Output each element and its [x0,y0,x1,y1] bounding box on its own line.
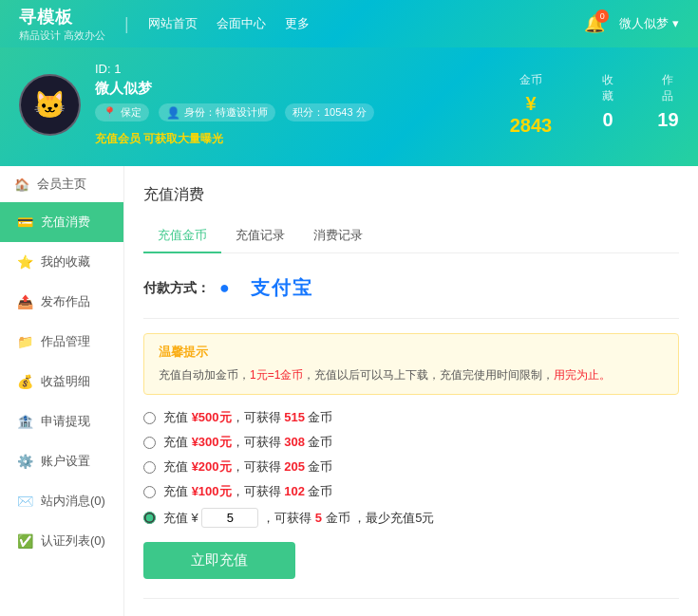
alipay-logo: 支付宝 [241,272,323,304]
verify-icon: ✅ [17,533,33,549]
stat-work: 作品 19 [657,72,679,137]
id-icon: 👤 [166,106,180,120]
header-divider: | [124,14,129,34]
payment-label: 付款方式： [143,280,210,297]
charge-button[interactable]: 立即充值 [143,542,295,579]
sidebar-item-verify[interactable]: ✅ 认证列表(0) [0,521,123,561]
logo-area: 寻模板 精品设计 高效办公 [19,6,105,43]
sidebar-item-collect[interactable]: ⭐ 我的收藏 [0,242,123,282]
profile-id: ID: 1 [95,62,502,76]
radio-100[interactable] [143,486,156,498]
vip-promo[interactable]: 充值会员 可获取大量曝光 [95,131,223,147]
custom-amount-input[interactable] [201,508,258,528]
tab-bar: 充值金币 充值记录 消费记录 [143,219,679,253]
tips-content: 充值自动加金币，1元=1金币，充值以后可以马上下载，充值完使用时间限制，用完为止… [159,365,664,384]
collect-icon: ⭐ [17,254,33,270]
income-icon: 💰 [17,374,33,389]
message-icon: ✉️ [17,494,33,509]
page-title: 充值消费 [143,185,679,205]
sidebar-item-settings[interactable]: ⚙️ 账户设置 [0,441,123,481]
highlight-note: 用完为止。 [554,368,611,382]
charge-options: 充值 ¥500元，可获得 515 金币 充值 ¥300元，可获得 308 金币 … [143,409,679,528]
sidebar-item-withdraw[interactable]: 🏦 申请提现 [0,401,123,441]
nav-design-center[interactable]: 会面中心 [217,15,266,32]
radio-custom[interactable] [143,512,156,524]
nav-more[interactable]: 更多 [285,15,310,32]
header-right: 🔔 0 微人似梦 ▾ [584,13,679,34]
sidebar-home[interactable]: 🏠 会员主页 [0,166,123,202]
avatar: 🐱 [19,74,81,136]
sidebar-item-messages[interactable]: ✉️ 站内消息(0) [0,481,123,521]
logo-subtitle: 精品设计 高效办公 [19,28,105,43]
stat-gold: 金币 ¥ 2843 [502,72,558,137]
tips-title: 温馨提示 [159,344,664,361]
settings-icon: ⚙️ [17,454,33,469]
tab-consume-history[interactable]: 消费记录 [299,219,377,253]
profile-banner: 🐱 ID: 1 微人似梦 📍 保定 👤 身份：特邀设计师 积分：10543 分 … [0,47,698,166]
option-300[interactable]: 充值 ¥300元，可获得 308 金币 [143,434,679,451]
publish-icon: 📤 [17,294,33,309]
radio-300[interactable] [143,437,156,449]
sidebar-item-manage[interactable]: 📁 作品管理 [0,322,123,362]
user-menu[interactable]: 微人似梦 ▾ [619,15,679,32]
manage-icon: 📁 [17,334,33,349]
main-content: 充值消费 充值金币 充值记录 消费记录 付款方式： ● 支付宝 温馨提示 充值自… [123,166,698,616]
tag-location: 📍 保定 [95,103,149,121]
header: 寻模板 精品设计 高效办公 | 网站首页 会面中心 更多 🔔 0 微人似梦 ▾ [0,0,698,47]
header-left: 寻模板 精品设计 高效办公 | 网站首页 会面中心 更多 [19,6,310,43]
profile-name: 微人似梦 [95,80,502,98]
radio-200[interactable] [143,461,156,474]
alipay-dot-icon: ● [219,278,230,298]
stat-collect: 收藏 0 [597,72,619,137]
bell-wrapper: 🔔 0 [584,13,605,34]
highlight-rate: 1元=1金币 [250,368,303,382]
section-divider [143,598,679,599]
profile-stats: 金币 ¥ 2843 收藏 0 作品 19 [502,72,679,137]
radio-500[interactable] [143,412,156,424]
option-500[interactable]: 充值 ¥500元，可获得 515 金币 [143,409,679,426]
profile-info: ID: 1 微人似梦 📍 保定 👤 身份：特邀设计师 积分：10543 分 充值… [95,62,502,147]
main-nav: 网站首页 会面中心 更多 [148,15,310,32]
option-100[interactable]: 充值 ¥100元，可获得 102 金币 [143,483,679,500]
tag-identity: 👤 身份：特邀设计师 [159,103,275,121]
sidebar-item-income[interactable]: 💰 收益明细 [0,362,123,401]
bell-badge: 0 [595,9,609,23]
sidebar: 🏠 会员主页 💳 充值消费 ⭐ 我的收藏 📤 发布作品 📁 作品管理 💰 收益明… [0,166,123,616]
tips-box: 温馨提示 充值自动加金币，1元=1金币，充值以后可以马上下载，充值完使用时间限制… [143,333,679,395]
recharge-icon: 💳 [17,215,33,230]
withdraw-icon: 🏦 [17,414,33,429]
tag-score: 积分：10543 分 [285,103,374,121]
tab-recharge-history[interactable]: 充值记录 [221,219,299,253]
profile-left: 🐱 ID: 1 微人似梦 📍 保定 👤 身份：特邀设计师 积分：10543 分 … [19,62,502,147]
home-icon: 🏠 [14,177,29,192]
location-icon: 📍 [103,106,117,120]
option-200[interactable]: 充值 ¥200元，可获得 205 金币 [143,458,679,476]
main-container: 🏠 会员主页 💳 充值消费 ⭐ 我的收藏 📤 发布作品 📁 作品管理 💰 收益明… [0,166,698,616]
logo-text: 寻模板 [19,6,105,28]
sidebar-item-publish[interactable]: 📤 发布作品 [0,282,123,322]
nav-home[interactable]: 网站首页 [148,15,198,32]
tab-recharge-coins[interactable]: 充值金币 [143,219,221,253]
profile-tags: 📍 保定 👤 身份：特邀设计师 积分：10543 分 充值会员 可获取大量曝光 [95,103,502,147]
option-custom[interactable]: 充值 ¥ ，可获得 5 金币 ，最少充值5元 [143,508,679,528]
payment-method: 付款方式： ● 支付宝 [143,272,679,304]
sidebar-item-recharge[interactable]: 💳 充值消费 [0,202,123,242]
